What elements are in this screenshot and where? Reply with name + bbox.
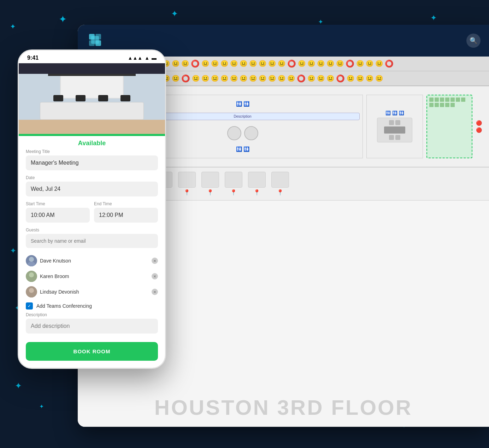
sparkle-icon: ✦ (430, 13, 437, 23)
description-group: Description (26, 312, 158, 334)
phone-time: 9:41 (27, 55, 39, 61)
desk-pod: 📍 (248, 172, 266, 196)
time-row: Start Time End Time (26, 201, 158, 228)
guests-label: Guests (26, 228, 158, 232)
guest-avatar-lindsay (26, 286, 37, 297)
date-label: Date (26, 175, 158, 180)
desk-person-icon: 😐 (192, 75, 200, 82)
signal-icon: ▲▲▲ (128, 55, 143, 61)
toilet-icon: 🚻 (236, 101, 242, 107)
guest-avatar-karen (26, 271, 37, 282)
desk-person-icon: 😐 (336, 60, 344, 67)
round-table (227, 126, 241, 140)
chair-row (389, 135, 400, 140)
desk-person-icon: 😐 (211, 60, 219, 67)
date-group: Date (26, 175, 158, 196)
desk-person-icon: 😐 (268, 75, 276, 82)
meeting-table-area (377, 118, 412, 142)
booking-form: Meeting Title Date Start Time End Time G… (19, 149, 165, 368)
location-pin-icon: 📍 (253, 189, 260, 196)
svg-point-9 (29, 288, 34, 293)
desk-person-icon: 😐 (220, 60, 228, 67)
teams-checkbox[interactable]: ✓ (26, 302, 33, 310)
room-image (19, 63, 165, 134)
guest-name-lindsay: Lindsay Devonish (40, 289, 149, 295)
desk-pod-unit (178, 172, 196, 188)
desk-available-icon: ⭕ (385, 59, 394, 68)
toilet-icon: 🚻 (243, 146, 249, 152)
desk-slot (435, 98, 439, 102)
floor (19, 120, 165, 134)
phone-status-icons: ▲▲▲ ▲ ▬ (128, 55, 157, 61)
toilet-icon: 🚻 (243, 101, 249, 107)
closed-label: Description (234, 114, 251, 118)
sparkle-icon: ✦ (171, 9, 178, 19)
teams-conferencing-group[interactable]: ✓ Add Teams Conferencing (26, 300, 158, 312)
guests-search-input[interactable] (26, 234, 158, 248)
desk-person-icon: 😐 (326, 60, 334, 67)
chair (395, 135, 400, 140)
desk-person-icon: 😐 (347, 75, 354, 82)
book-room-button[interactable]: BOOK ROOM (26, 342, 158, 361)
available-label: Available (19, 136, 165, 149)
remove-lindsay-button[interactable]: ✕ (152, 289, 158, 295)
location-pin-icon: 📍 (230, 189, 237, 196)
desk-slot (429, 98, 434, 102)
guest-list: Dave Knutson ✕ Karen Broom ✕ Lindsay Dev… (26, 253, 158, 300)
desk-pod-unit (201, 172, 219, 188)
guest-avatar-dave (26, 255, 37, 266)
desk-person-icon: 😐 (356, 75, 364, 82)
desk-slot (445, 103, 449, 107)
desk-person-icon: 😐 (278, 60, 285, 67)
ceiling-light (48, 74, 136, 76)
right-side-icons: 🔴 🔴 (476, 120, 482, 133)
battery-icon: ▬ (152, 55, 157, 61)
desk-person-icon: 😐 (172, 60, 179, 67)
desk-person-icon: 😐 (230, 75, 238, 82)
round-table (244, 126, 258, 140)
desk-available-icon: ⭕ (181, 74, 190, 83)
start-time-group: Start Time (26, 201, 90, 223)
end-time-input[interactable] (94, 208, 158, 223)
sparkle-icon: ✦ (10, 22, 16, 31)
guest-name-karen: Karen Broom (40, 273, 149, 279)
desk-person-icon: 😐 (287, 75, 295, 82)
desk-person-icon: 😐 (181, 60, 189, 67)
guest-name-dave: Dave Knutson (40, 258, 149, 264)
desk-pod-unit (225, 172, 242, 188)
search-button[interactable]: 🔍 (466, 34, 481, 48)
desk-slot (440, 103, 444, 107)
svg-point-7 (29, 272, 34, 277)
emergency-icon: 🔴 (476, 127, 482, 133)
desk-person-icon: 😐 (317, 75, 325, 82)
selected-room[interactable] (426, 95, 472, 158)
remove-dave-button[interactable]: ✕ (152, 258, 158, 264)
remove-karen-button[interactable]: ✕ (152, 273, 158, 279)
toilet-icon: 🚻 (385, 111, 391, 116)
desk-slot (456, 98, 460, 102)
desk-slot (435, 103, 439, 107)
start-time-input[interactable] (26, 208, 90, 223)
meeting-title-input[interactable] (26, 155, 158, 170)
desk-person-icon: 😐 (249, 75, 257, 82)
desk-available-icon: ⭕ (297, 74, 306, 83)
date-input[interactable] (26, 182, 158, 196)
desk-available-icon: ⭕ (191, 59, 200, 68)
description-input[interactable] (26, 319, 158, 334)
chair (76, 95, 86, 101)
desk-person-icon: 😐 (307, 60, 315, 67)
ceiling (19, 63, 165, 74)
sparkle-icon: ✦ (15, 381, 22, 391)
desk-person-icon: 😐 (268, 60, 276, 67)
desk-person-icon: 😐 (375, 75, 383, 82)
chair (389, 135, 394, 140)
phone-mockup: 9:41 ▲▲▲ ▲ ▬ (18, 49, 166, 369)
desk-person-icon: 😐 (220, 75, 228, 82)
desk-person-icon: 😐 (307, 75, 315, 82)
desk-pod: 📍 (178, 172, 196, 196)
desk-pod: 📍 (271, 172, 289, 196)
desk-pod: 📍 (225, 172, 242, 196)
conference-table (40, 102, 144, 120)
desk-person-icon: 😐 (356, 60, 364, 67)
chair (395, 120, 400, 125)
